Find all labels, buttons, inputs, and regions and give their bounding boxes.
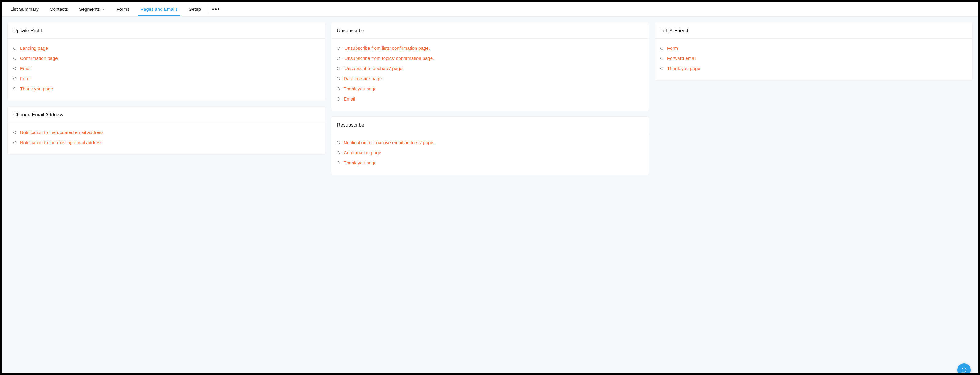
card-body: Form Forward email Thank you page <box>655 39 972 80</box>
tab-segments-label: Segments <box>79 6 100 12</box>
list-item: Form <box>13 73 320 84</box>
chat-icon <box>961 367 967 373</box>
card-change-email-address: Change Email Address Notification to the… <box>7 106 325 155</box>
dot-icon <box>218 8 219 10</box>
card-resubscribe: Resubscribe Notification for 'inactive e… <box>331 116 649 175</box>
list-item: Email <box>337 94 643 104</box>
radio-icon <box>660 67 663 70</box>
radio-icon <box>660 47 663 50</box>
list-item: Landing page <box>13 43 320 53</box>
list-item: Thank you page <box>337 84 643 94</box>
radio-icon <box>337 87 340 91</box>
card-title: Update Profile <box>8 22 325 39</box>
radio-icon <box>660 57 663 60</box>
radio-icon <box>337 77 340 80</box>
more-menu-button[interactable] <box>208 5 224 13</box>
chevron-down-icon <box>102 7 105 11</box>
link-notification-existing-email[interactable]: Notification to the existing email addre… <box>20 140 102 145</box>
radio-icon <box>13 131 16 134</box>
list-item: Confirmation page <box>13 53 320 63</box>
list-item: Confirmation page <box>337 148 643 158</box>
radio-icon <box>337 57 340 60</box>
radio-icon <box>13 87 16 91</box>
list-item: Data erasure page <box>337 73 643 84</box>
card-title: Change Email Address <box>8 106 325 123</box>
list-item: 'Unsubscribe feedback' page <box>337 63 643 73</box>
card-title: Tell-A-Friend <box>655 22 972 39</box>
radio-icon <box>13 77 16 80</box>
card-update-profile: Update Profile Landing page Confirmation… <box>7 22 325 101</box>
link-unsub-lists-confirmation[interactable]: 'Unsubscribe from lists' confirmation pa… <box>344 46 430 51</box>
card-title: Resubscribe <box>331 117 649 133</box>
link-unsub-feedback-page[interactable]: 'Unsubscribe feedback' page <box>344 66 402 71</box>
list-item: Forward email <box>660 53 967 63</box>
radio-icon <box>337 47 340 50</box>
radio-icon <box>13 57 16 60</box>
list-item: Email <box>13 63 320 73</box>
link-thank-you-page[interactable]: Thank you page <box>344 160 377 165</box>
dot-icon <box>212 8 214 10</box>
link-form[interactable]: Form <box>667 46 678 51</box>
tab-pages-and-emails[interactable]: Pages and Emails <box>135 2 183 16</box>
link-confirmation-page[interactable]: Confirmation page <box>344 150 382 155</box>
card-body: Notification to the updated email addres… <box>8 123 325 154</box>
tab-segments[interactable]: Segments <box>73 2 111 16</box>
dot-icon <box>215 8 216 10</box>
list-item: Form <box>660 43 967 53</box>
link-thank-you-page[interactable]: Thank you page <box>20 86 53 91</box>
card-title: Unsubscribe <box>331 22 649 39</box>
link-data-erasure-page[interactable]: Data erasure page <box>344 76 382 81</box>
radio-icon <box>13 67 16 70</box>
card-body: Notification for 'inactive email address… <box>331 133 649 175</box>
link-unsub-topics-confirmation[interactable]: 'Unsubscribe from topics' confirmation p… <box>344 56 434 61</box>
radio-icon <box>13 47 16 50</box>
radio-icon <box>337 97 340 100</box>
tab-setup[interactable]: Setup <box>183 2 207 16</box>
tab-contacts[interactable]: Contacts <box>44 2 73 16</box>
card-body: Landing page Confirmation page Email For… <box>8 39 325 100</box>
radio-icon <box>13 141 16 144</box>
tab-list-summary[interactable]: List Summary <box>5 2 44 16</box>
link-inactive-email-notification[interactable]: Notification for 'inactive email address… <box>344 140 434 145</box>
col-2: Unsubscribe 'Unsubscribe from lists' con… <box>331 22 649 175</box>
list-item: Notification to the updated email addres… <box>13 127 320 137</box>
radio-icon <box>337 141 340 144</box>
app-frame: List Summary Contacts Segments Forms Pag… <box>2 2 978 373</box>
list-item: 'Unsubscribe from lists' confirmation pa… <box>337 43 643 53</box>
radio-icon <box>337 161 340 164</box>
col-3: Tell-A-Friend Form Forward email Thank y… <box>655 22 973 81</box>
link-forward-email[interactable]: Forward email <box>667 56 697 61</box>
list-item: Thank you page <box>13 84 320 94</box>
list-item: 'Unsubscribe from topics' confirmation p… <box>337 53 643 63</box>
radio-icon <box>337 67 340 70</box>
link-thank-you-page[interactable]: Thank you page <box>344 86 377 91</box>
card-body: 'Unsubscribe from lists' confirmation pa… <box>331 39 649 111</box>
link-form[interactable]: Form <box>20 76 31 81</box>
link-landing-page[interactable]: Landing page <box>20 46 48 51</box>
chat-fab-button[interactable] <box>957 363 971 373</box>
list-item: Notification to the existing email addre… <box>13 137 320 148</box>
link-confirmation-page[interactable]: Confirmation page <box>20 56 58 61</box>
link-thank-you-page[interactable]: Thank you page <box>667 66 700 71</box>
list-item: Thank you page <box>337 158 643 168</box>
card-tell-a-friend: Tell-A-Friend Form Forward email Thank y… <box>655 22 973 81</box>
list-item: Thank you page <box>660 63 967 73</box>
link-notification-updated-email[interactable]: Notification to the updated email addres… <box>20 130 103 135</box>
card-unsubscribe: Unsubscribe 'Unsubscribe from lists' con… <box>331 22 649 111</box>
col-1: Update Profile Landing page Confirmation… <box>7 22 325 155</box>
list-item: Notification for 'inactive email address… <box>337 137 643 148</box>
radio-icon <box>337 151 340 154</box>
content-grid: Update Profile Landing page Confirmation… <box>2 17 978 180</box>
tab-forms[interactable]: Forms <box>111 2 135 16</box>
link-email[interactable]: Email <box>20 66 32 71</box>
tab-bar: List Summary Contacts Segments Forms Pag… <box>2 2 978 17</box>
link-email[interactable]: Email <box>344 96 355 102</box>
